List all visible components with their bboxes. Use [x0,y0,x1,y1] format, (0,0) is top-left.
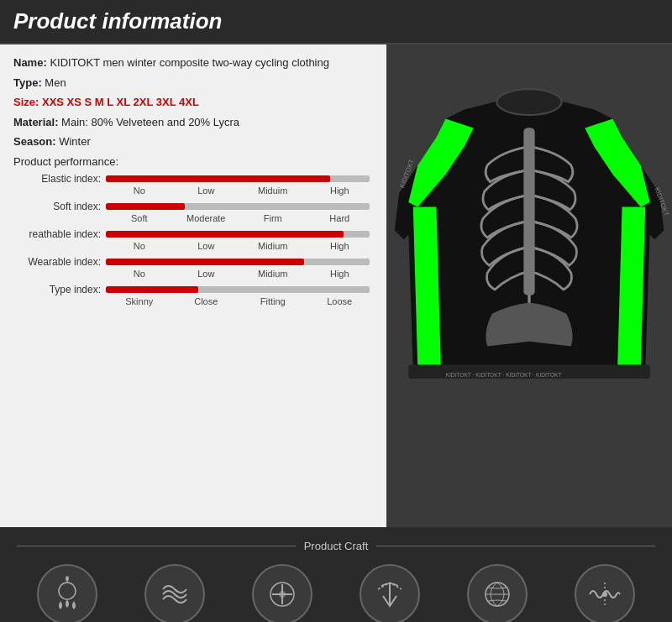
product-size: Size: XXS XS S M L XL 2XL 3XL 4XL [13,94,373,111]
craft-icon-circle [467,564,528,622]
bar-container [106,175,370,182]
craft-item: Reduce vibration [559,564,651,622]
index-label: Soft index: [13,201,106,212]
bar-fill [106,175,330,182]
product-type: Type: Men [13,75,373,91]
index-row: Wearable index: [13,256,373,268]
bar-container [106,203,370,210]
svg-point-1 [496,89,561,115]
bar-scale: NoLowMidiumHigh [13,269,373,279]
bar-container [106,286,370,293]
craft-icon-circle [144,564,205,622]
main-content: Name: KIDITOKT men winter composite two-… [0,44,672,527]
index-group: reathable index:NoLowMidiumHigh [13,228,373,251]
page-header: Product information [0,0,672,44]
craft-icon-circle [575,564,635,622]
craft-title: Product Craft [17,540,655,552]
product-season: Season: Winter [13,133,373,150]
svg-point-13 [602,592,607,597]
craft-item: Antibiotic &green [236,564,328,622]
svg-rect-3 [523,128,534,295]
bar-container [106,231,370,238]
craft-item: Nature close [451,564,543,622]
index-row: reathable index: [13,228,373,240]
bar-scale: SkinnyCloseFittingLoose [13,296,373,306]
index-label: Wearable index: [13,256,106,268]
craft-item: Elastic& formfitting [129,564,221,622]
index-group: Elastic index:NoLowMiduimHigh [13,173,373,196]
svg-point-10 [279,591,286,598]
index-label: Elastic index: [13,173,106,185]
craft-icon-circle [360,564,420,622]
bar-fill [106,203,185,210]
bar-container [106,259,370,265]
bar-fill [106,259,304,265]
performance-label: Product performance: [13,154,373,170]
index-row: Type index: [13,284,373,295]
product-name: Name: KIDITOKT men winter composite two-… [13,55,373,71]
craft-icon-circle [37,564,97,622]
indices-container: Elastic index:NoLowMiduimHighSoft index:… [13,173,373,306]
index-row: Elastic index: [13,173,373,185]
craft-item: Anti-sweat [21,564,113,622]
bar-fill [106,231,344,238]
index-group: Wearable index:NoLowMidiumHigh [13,256,373,279]
bar-fill [106,286,198,293]
product-material: Material: Main: 80% Velveteen and 20% Ly… [13,114,373,131]
index-row: Soft index: [13,201,373,212]
index-group: Soft index:SoftModerateFirmHard [13,201,373,223]
index-label: reathable index: [13,228,106,240]
page-title: Product information [13,8,659,34]
index-group: Type index:SkinnyCloseFittingLoose [13,284,373,306]
info-panel: Name: KIDITOKT men winter composite two-… [0,44,386,527]
bar-scale: SoftModerateFirmHard [13,213,373,223]
craft-item: Quick dry [344,564,436,622]
bar-scale: NoLowMidiumHigh [13,241,373,251]
craft-icons: Anti-sweat Elastic& formfitting Antibiot… [17,564,655,622]
craft-section: Product Craft Anti-sweat Elastic& formfi… [0,527,672,622]
craft-icon-circle [252,564,312,622]
product-jersey-image: KIDITOKT KIDITOKT KIDITOKT · KIDITOKT · … [386,44,672,527]
index-label: Type index: [13,284,106,295]
product-image-panel: KIDITOKT KIDITOKT KIDITOKT · KIDITOKT · … [386,44,672,527]
svg-text:KIDITOKT · KIDITOKT · KIDITOKT: KIDITOKT · KIDITOKT · KIDITOKT · KIDITOK… [445,372,561,378]
bar-scale: NoLowMiduimHigh [13,186,373,196]
svg-point-8 [59,583,76,599]
